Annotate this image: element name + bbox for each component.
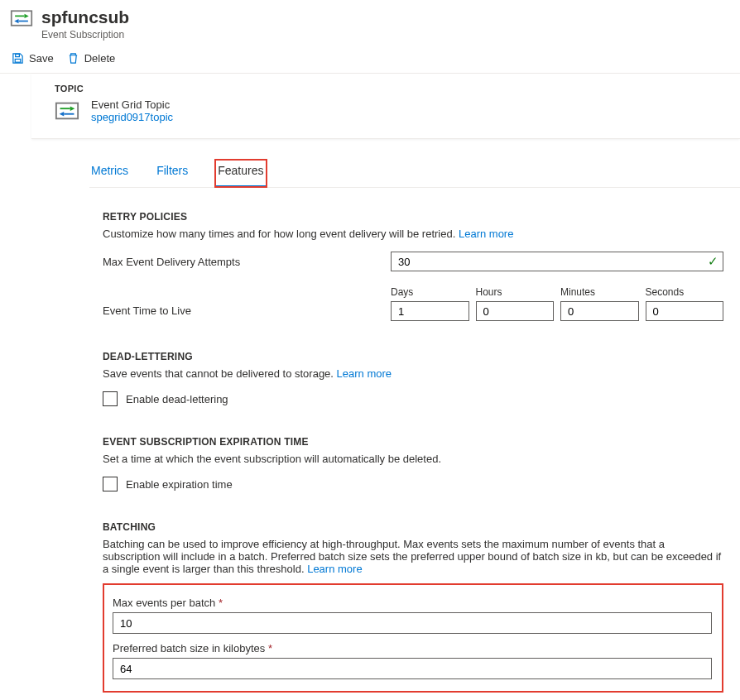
tab-filters[interactable]: Filters xyxy=(155,159,190,187)
page-title: spfuncsub xyxy=(41,7,129,27)
hours-label: Hours xyxy=(476,286,555,298)
retry-desc: Customize how many times and for how lon… xyxy=(103,228,455,240)
topic-card: TOPIC Event Grid Topic spegrid0917topic xyxy=(31,74,740,139)
topic-type: Event Grid Topic xyxy=(91,98,173,111)
tabs: Metrics Filters Features xyxy=(89,159,740,188)
resource-type-label: Event Subscription xyxy=(41,29,129,41)
max-events-label: Max events per batch xyxy=(113,597,215,609)
retry-heading: RETRY POLICIES xyxy=(103,211,723,223)
batch-heading: BATCHING xyxy=(103,521,723,533)
retry-learn-more-link[interactable]: Learn more xyxy=(459,228,513,240)
checkbox-box-icon xyxy=(103,391,118,406)
dead-learn-more-link[interactable]: Learn more xyxy=(337,367,392,380)
checkbox-box-icon xyxy=(103,477,118,491)
expiration-checkbox[interactable]: Enable expiration time xyxy=(103,477,723,491)
max-attempts-field: ✓ xyxy=(391,252,723,271)
minutes-label: Minutes xyxy=(560,286,639,298)
delete-icon xyxy=(67,52,79,65)
dead-heading: DEAD-LETTERING xyxy=(103,351,723,362)
batching-highlight-box: Max events per batch * Preferred batch s… xyxy=(103,583,723,693)
delete-button[interactable]: Delete xyxy=(67,52,116,65)
command-bar: Save Delete xyxy=(0,44,740,74)
svg-rect-6 xyxy=(15,60,21,63)
tab-metrics[interactable]: Metrics xyxy=(89,159,130,187)
dead-lettering-checkbox[interactable]: Enable dead-lettering xyxy=(103,391,723,406)
expire-desc: Set a time at which the event subscripti… xyxy=(103,453,441,465)
event-subscription-icon xyxy=(10,7,33,30)
dead-checkbox-label: Enable dead-lettering xyxy=(126,393,228,405)
event-grid-topic-icon xyxy=(55,98,79,123)
days-input[interactable] xyxy=(391,301,469,321)
svg-marker-9 xyxy=(70,107,75,112)
batch-learn-more-link[interactable]: Learn more xyxy=(307,563,362,575)
pref-size-label: Preferred batch size in kilobytes xyxy=(113,642,265,654)
required-asterisk: * xyxy=(219,597,223,609)
svg-rect-5 xyxy=(16,55,20,57)
ttl-label: Event Time to Live xyxy=(103,291,391,317)
delete-label: Delete xyxy=(84,52,116,65)
svg-rect-0 xyxy=(12,11,32,26)
save-button[interactable]: Save xyxy=(12,52,54,65)
seconds-input[interactable] xyxy=(646,301,724,321)
hours-input[interactable] xyxy=(476,301,555,321)
svg-marker-11 xyxy=(60,112,65,117)
svg-marker-2 xyxy=(25,14,29,18)
expire-heading: EVENT SUBSCRIPTION EXPIRATION TIME xyxy=(103,436,723,448)
minutes-input[interactable] xyxy=(560,301,639,321)
save-icon xyxy=(12,52,24,65)
topic-label: TOPIC xyxy=(55,84,723,93)
tab-features[interactable]: Features xyxy=(214,159,267,188)
required-asterisk: * xyxy=(268,642,272,654)
max-attempts-label: Max Event Delivery Attempts xyxy=(103,256,391,268)
max-events-input[interactable] xyxy=(113,612,712,634)
days-label: Days xyxy=(391,286,469,298)
batch-desc: Batching can be used to improve efficien… xyxy=(103,538,721,575)
max-attempts-input[interactable] xyxy=(391,252,723,271)
section-batching: BATCHING Batching can be used to improve… xyxy=(103,521,723,693)
save-label: Save xyxy=(29,52,54,65)
topic-link[interactable]: spegrid0917topic xyxy=(91,111,173,123)
dead-desc: Save events that cannot be delivered to … xyxy=(103,367,334,380)
pref-size-input[interactable] xyxy=(113,658,712,679)
section-retry-policies: RETRY POLICIES Customize how many times … xyxy=(103,211,723,321)
expire-checkbox-label: Enable expiration time xyxy=(126,478,233,491)
seconds-label: Seconds xyxy=(646,286,724,298)
svg-rect-7 xyxy=(56,103,78,119)
svg-marker-4 xyxy=(14,19,18,23)
page-header: spfuncsub Event Subscription xyxy=(0,0,740,44)
section-expiration: EVENT SUBSCRIPTION EXPIRATION TIME Set a… xyxy=(103,436,723,491)
section-dead-lettering: DEAD-LETTERING Save events that cannot b… xyxy=(103,351,723,406)
